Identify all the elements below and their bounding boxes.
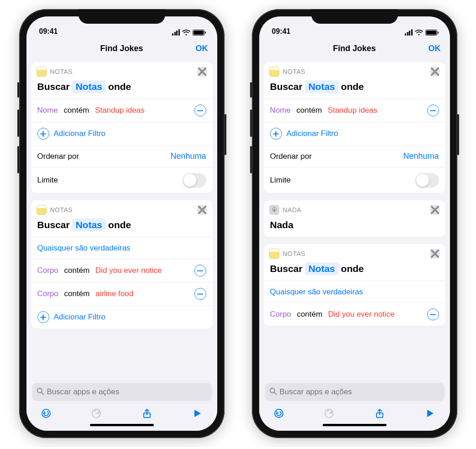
gear-app-icon xyxy=(269,205,279,215)
action-card-nada: NADA Nada xyxy=(264,200,445,237)
card-action-title: Buscar Notas onde xyxy=(31,79,213,99)
card-app-label: NOTAS xyxy=(283,250,306,257)
any-true-row[interactable]: Quaisquer são verdadeiras xyxy=(31,237,213,259)
card-action-title: Buscar Notas onde xyxy=(31,218,213,237)
home-indicator[interactable] xyxy=(323,424,387,426)
ok-button[interactable]: OK xyxy=(429,44,441,53)
add-filter-button[interactable]: Adicionar Filtro xyxy=(264,122,445,145)
page-title: Find Jokes xyxy=(333,44,376,53)
limit-toggle[interactable] xyxy=(183,173,206,188)
card-app-label: NOTAS xyxy=(50,68,73,75)
sort-by-row[interactable]: Ordenar por Nenhuma xyxy=(264,145,445,167)
remove-filter-button[interactable] xyxy=(194,288,206,300)
close-card-button[interactable] xyxy=(197,205,207,215)
notes-app-icon xyxy=(37,205,47,215)
limit-row: Limite xyxy=(264,167,445,193)
undo-button[interactable] xyxy=(271,406,287,421)
search-icon xyxy=(37,387,44,397)
filter-row[interactable]: Corpo contém Did you ever notice xyxy=(264,303,445,326)
status-time: 09:41 xyxy=(39,27,58,36)
card-action-title: Buscar Notas onde xyxy=(264,79,445,99)
action-card-find-notes-2: NOTAS Buscar Notas onde Quaisquer são ve… xyxy=(264,244,445,326)
remove-filter-button[interactable] xyxy=(427,308,439,320)
notes-token[interactable]: Notas xyxy=(72,219,106,231)
notes-app-icon xyxy=(37,67,47,77)
any-true-row[interactable]: Quaisquer são verdadeiras xyxy=(264,281,445,303)
share-button[interactable] xyxy=(372,406,387,421)
filter-row[interactable]: Nome contém Standup ideas xyxy=(264,99,445,122)
undo-button[interactable] xyxy=(38,406,54,421)
limit-toggle[interactable] xyxy=(415,173,439,188)
filter-row[interactable]: Corpo contém Did you ever notice xyxy=(31,259,213,282)
notes-token[interactable]: Notas xyxy=(72,80,106,93)
nav-bar: Find Jokes OK xyxy=(259,37,450,59)
remove-filter-button[interactable] xyxy=(427,104,439,116)
card-action-title: Buscar Notas onde xyxy=(264,261,445,281)
ok-button[interactable]: OK xyxy=(196,44,208,53)
home-indicator[interactable] xyxy=(90,424,154,426)
add-filter-button[interactable]: Adicionar Filtro xyxy=(31,305,213,329)
play-button[interactable] xyxy=(189,406,205,421)
card-app-label: NOTAS xyxy=(283,68,306,75)
nada-title: Nada xyxy=(264,218,445,237)
svg-line-8 xyxy=(42,392,43,394)
share-button[interactable] xyxy=(139,406,155,421)
notes-token[interactable]: Notas xyxy=(305,80,339,93)
search-input[interactable] xyxy=(280,387,440,397)
search-input[interactable] xyxy=(47,387,207,397)
filter-row[interactable]: Corpo contém airline food xyxy=(31,282,213,305)
search-bar[interactable] xyxy=(265,383,445,401)
nav-bar: Find Jokes OK xyxy=(26,37,217,59)
battery-icon xyxy=(193,30,204,36)
cellular-icon xyxy=(172,29,180,36)
svg-point-19 xyxy=(275,409,283,418)
card-app-label: NADA xyxy=(283,206,302,214)
remove-filter-button[interactable] xyxy=(194,104,206,116)
plus-icon xyxy=(270,128,282,140)
redo-button[interactable] xyxy=(89,406,104,421)
wifi-icon xyxy=(415,30,423,36)
svg-point-7 xyxy=(37,388,42,392)
close-card-button[interactable] xyxy=(430,249,440,259)
notes-app-icon xyxy=(269,67,279,77)
close-card-button[interactable] xyxy=(197,67,207,77)
svg-point-15 xyxy=(273,209,275,211)
action-card-find-notes-1: NOTAS Buscar Notas onde Nome contém Stan… xyxy=(31,62,213,193)
close-card-button[interactable] xyxy=(430,67,440,77)
search-icon xyxy=(269,387,277,397)
sort-value[interactable]: Nenhuma xyxy=(170,151,206,161)
battery-icon xyxy=(425,30,437,36)
add-filter-button[interactable]: Adicionar Filtro xyxy=(31,122,213,145)
close-card-button[interactable] xyxy=(430,205,440,215)
notes-token[interactable]: Notas xyxy=(305,262,339,275)
search-bar[interactable] xyxy=(32,383,212,401)
notes-app-icon xyxy=(269,249,279,259)
status-time: 09:41 xyxy=(272,27,291,36)
card-app-label: NOTAS xyxy=(50,206,73,214)
filter-row[interactable]: Nome contém Standup ideas xyxy=(31,99,213,122)
svg-point-9 xyxy=(42,409,50,418)
action-card-find-notes-2: NOTAS Buscar Notas onde Quaisquer são ve… xyxy=(31,200,213,329)
sort-value[interactable]: Nenhuma xyxy=(403,151,439,161)
wifi-icon xyxy=(182,30,190,36)
page-title: Find Jokes xyxy=(100,44,143,53)
svg-point-17 xyxy=(270,388,274,392)
plus-icon xyxy=(37,311,49,323)
svg-line-18 xyxy=(274,392,276,394)
action-card-find-notes-1: NOTAS Buscar Notas onde Nome contém Stan… xyxy=(264,62,445,193)
sort-by-row[interactable]: Ordenar por Nenhuma xyxy=(31,145,213,167)
limit-row: Limite xyxy=(31,167,213,193)
play-button[interactable] xyxy=(422,406,438,421)
cellular-icon xyxy=(405,29,413,36)
plus-icon xyxy=(37,128,49,140)
redo-button[interactable] xyxy=(321,406,337,421)
remove-filter-button[interactable] xyxy=(194,265,206,277)
